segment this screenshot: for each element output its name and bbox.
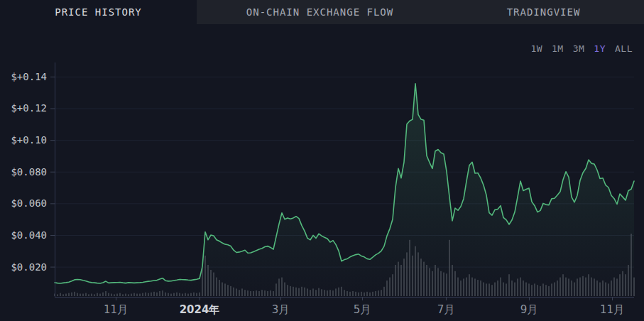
y-axis-label: $+0.10 [11,134,47,146]
x-axis-label: 11月 [104,303,128,316]
tab-price-history-label: PRICE HISTORY [55,6,142,18]
y-axis-label: $0.080 [11,166,47,178]
y-axis-label: $+0.14 [11,71,47,82]
y-axis-label: $+0.12 [11,102,47,114]
x-axis-label: 11月 [600,303,624,316]
tab-price-history[interactable]: PRICE HISTORY [0,0,197,24]
y-axis-label: $0.060 [11,197,47,209]
x-axis-label: 5月 [354,303,371,316]
tab-bar: PRICE HISTORY ON-CHAIN EXCHANGE FLOW TRA… [0,0,644,24]
x-axis-label: 7月 [437,303,455,316]
y-axis-label: $0.020 [11,261,47,273]
tab-on-chain-exchange-flow-label: ON-CHAIN EXCHANGE FLOW [246,6,393,18]
tab-on-chain-exchange-flow[interactable]: ON-CHAIN EXCHANGE FLOW [197,0,443,24]
x-axis-label: 3月 [272,303,290,316]
range-3m[interactable]: 3M [573,43,585,54]
y-axis-label: $0.040 [11,229,47,241]
x-axis-label: 2024年 [180,303,220,316]
range-1m[interactable]: 1M [552,43,564,54]
tab-tradingview-label: TRADINGVIEW [507,6,581,18]
range-1w[interactable]: 1W [530,43,542,54]
range-all[interactable]: ALL [615,43,633,54]
price-area [55,84,634,296]
x-axis-label: 9月 [520,303,538,316]
tab-tradingview[interactable]: TRADINGVIEW [443,0,644,24]
range-selector: 1W 1M 3M 1Y ALL [530,43,633,54]
range-1y[interactable]: 1Y [594,43,606,54]
